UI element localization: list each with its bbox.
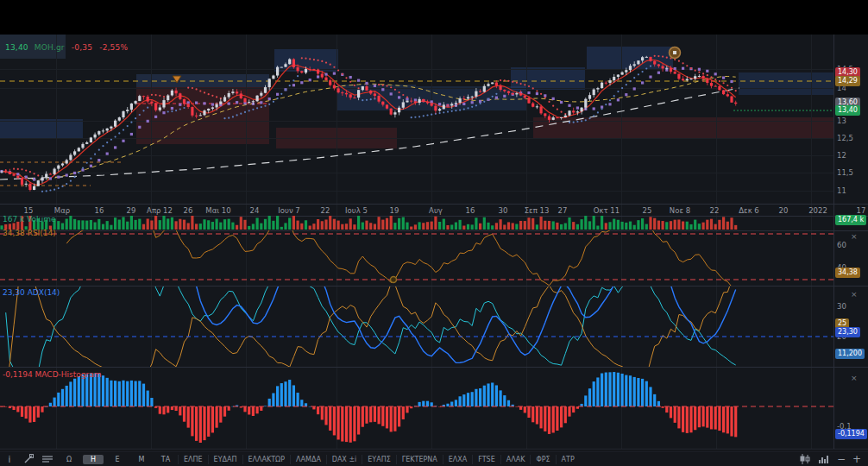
time-axis-label: Ιουν 7 (278, 206, 299, 215)
indicator-close-icon-rsi[interactable]: × (851, 232, 858, 241)
timeframe-button-Ε[interactable]: Ε (107, 455, 128, 464)
time-axis-label: Οκτ 11 (594, 206, 620, 215)
bottom-toolbar: i ΩΗΕΜΤΑ ΕΛΠΕΕΥΔΑΠΕΛΛΑΚΤΩΡΛΑΜΔΑDAX ±iΕΥΑ… (0, 450, 868, 466)
ticker-shortcuts: ΕΛΠΕΕΥΔΑΠΕΛΛΑΚΤΩΡΛΑΜΔΑDAX ±iΕΥΑΠΣΓΕΚΤΕΡΝ… (178, 455, 580, 464)
timeframe-group: ΩΗΕΜΤΑ (57, 455, 178, 464)
time-axis-label: Νοε 8 (670, 206, 690, 215)
time-axis-label: 26 (184, 206, 193, 215)
ticker-shortcut[interactable]: ΛΑΜΔΑ (290, 455, 326, 464)
time-axis-label: 17 (857, 206, 866, 215)
ticker-shortcut[interactable]: ΑΛΑΚ (500, 455, 531, 464)
macd-badge: -0,1194 (835, 429, 867, 439)
time-axis-label: 29 (127, 206, 136, 215)
price-badge: 13,40 (835, 105, 860, 116)
indicator-close-icon-macd[interactable]: × (851, 374, 858, 382)
draw-tool-icon[interactable] (19, 453, 38, 465)
ticker-shortcut[interactable]: DAX ±i (326, 455, 362, 464)
ticker-shortcut[interactable]: ΑΤΡ (556, 455, 580, 464)
time-axis-label: 30 (499, 206, 508, 215)
time-axis-label: 22 (710, 206, 720, 215)
time-axis-label: Σεπ 13 (525, 206, 550, 215)
ticker-shortcut[interactable]: ΕΥΔΑΠ (208, 455, 242, 464)
timeframe-button-Ω[interactable]: Ω (59, 455, 79, 464)
ticker-shortcut[interactable]: FTSE (472, 455, 500, 464)
time-axis-label: 2022 (808, 206, 827, 215)
rsi-axis-tick: 60 (837, 241, 846, 249)
chart-canvas[interactable] (0, 0, 868, 466)
ticker-shortcut[interactable]: ΦΡΣ (530, 455, 555, 464)
time-axis-label: Αυγ (429, 206, 443, 215)
time-axis-label: 22 (321, 206, 330, 215)
zoom-out-button[interactable]: − (833, 453, 849, 465)
candlestick-style-icon[interactable] (796, 453, 815, 465)
time-axis-label: 16 (466, 206, 475, 215)
adx-badge: 23,30 (835, 327, 860, 337)
list-icon[interactable] (38, 453, 57, 465)
time-axis-label: Μαι 10 (205, 206, 230, 215)
time-axis-label: 19 (390, 206, 399, 215)
price-axis-tick: 11 (837, 186, 846, 195)
timeframe-button-ΤΑ[interactable]: ΤΑ (155, 455, 176, 464)
ticker-shortcut[interactable]: ΓΕΚΤΕΡΝΑ (396, 455, 443, 464)
price-axis-tick: 12 (837, 151, 846, 160)
ticker-shortcut[interactable]: ΕΛΧΑ (443, 455, 472, 464)
timeframe-button-Μ[interactable]: Μ (131, 455, 152, 464)
time-axis-label: 24 (250, 206, 260, 215)
time-axis-label: Ιουλ 5 (345, 206, 368, 215)
ticker-shortcut[interactable]: ΕΥΑΠΣ (362, 455, 395, 464)
adx-badge: 11,200 (835, 349, 865, 359)
ticker-shortcut[interactable]: ΕΛΛΑΚΤΩΡ (242, 455, 291, 464)
rsi-signal-marker-icon (391, 277, 397, 283)
ticker-shortcut[interactable]: ΕΛΠΕ (178, 455, 208, 464)
time-axis-label: Μαρ (54, 206, 70, 215)
price-axis-tick: 11,5 (837, 168, 853, 177)
info-icon[interactable]: i (0, 453, 19, 465)
time-axis-label: 16 (95, 206, 104, 215)
time-axis-label: 15 (24, 206, 34, 215)
price-badge: 14,29 (835, 76, 860, 86)
rsi-badge: 34,38 (835, 268, 860, 278)
timeframe-button-Η[interactable]: Η (83, 455, 104, 464)
volume-style-icon[interactable] (815, 453, 833, 465)
time-axis-label: Δεκ 6 (739, 206, 759, 215)
indicator-close-icon-adx[interactable]: × (851, 290, 858, 299)
trading-app: 13,40 MOH.gr -0,35 -2,55% 167 k Volume 3… (0, 0, 868, 466)
price-axis-tick: 13 (837, 116, 846, 125)
time-axis-label: 20 (779, 206, 789, 215)
time-axis-label: 27 (558, 206, 568, 215)
zoom-in-button[interactable]: + (849, 453, 865, 465)
price-axis-tick: 12,5 (837, 134, 853, 142)
time-axis-label: 25 (643, 206, 652, 215)
adx-axis-tick: 30 (837, 302, 846, 311)
volume-badge: 167,4 k (835, 215, 866, 225)
time-axis-label: Απρ 12 (147, 206, 173, 215)
